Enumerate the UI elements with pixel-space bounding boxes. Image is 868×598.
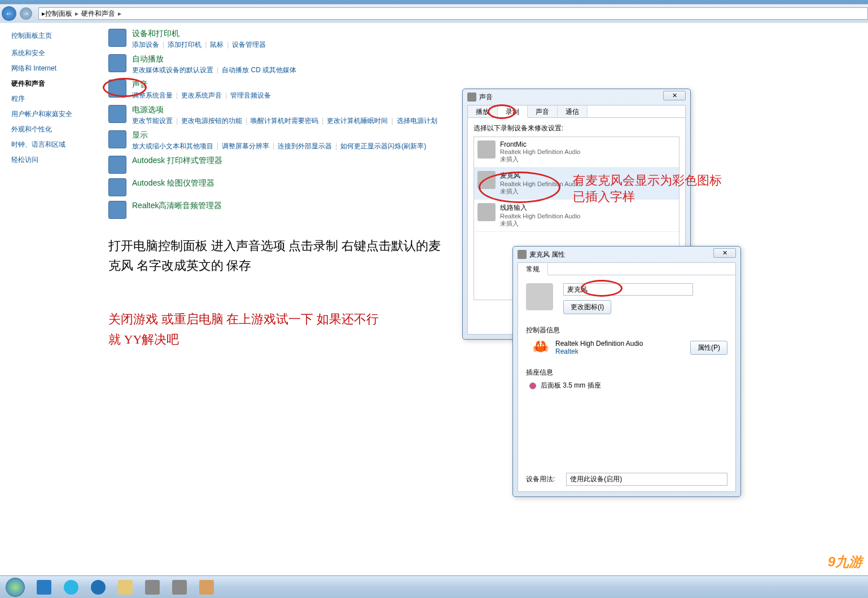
sidebar-item[interactable]: 时钟、语言和区域 xyxy=(11,140,97,150)
sidebar-item[interactable]: 用户帐户和家庭安全 xyxy=(11,109,97,119)
sidebar-item[interactable]: 程序 xyxy=(11,94,97,104)
taskbar-app-5[interactable] xyxy=(193,577,220,597)
category-link[interactable]: 更改计算机睡眠时间 xyxy=(327,117,388,125)
jack-description: 后面板 3.5 mm 插座 xyxy=(541,381,601,390)
category-icon xyxy=(108,201,126,219)
category-link[interactable]: 调整屏幕分辨率 xyxy=(222,142,269,150)
taskbar-explorer[interactable] xyxy=(112,577,139,597)
device-icon xyxy=(477,140,496,159)
breadcrumb-root[interactable]: 控制面板 xyxy=(45,9,72,19)
category-link[interactable]: 更改电源按钮的功能 xyxy=(181,117,242,125)
device-usage-select[interactable]: 使用此设备(启用) xyxy=(566,473,727,486)
category-icon xyxy=(108,178,126,196)
controller-vendor: Realtek xyxy=(555,348,643,355)
device-usage-label: 设备用法: xyxy=(526,474,555,484)
category-link[interactable]: 唤醒计算机时需要密码 xyxy=(251,117,318,125)
nav-back-button[interactable]: ← xyxy=(2,6,16,21)
category-link[interactable]: 自动播放 CD 或其他媒体 xyxy=(222,66,296,74)
category-icon xyxy=(108,29,126,47)
category-link[interactable]: 更改媒体或设备的默认设置 xyxy=(132,66,213,74)
taskbar xyxy=(0,575,868,598)
taskbar-app-4[interactable] xyxy=(166,577,193,597)
tab-general[interactable]: 常规 xyxy=(518,263,548,275)
category-link[interactable]: 放大或缩小文本和其他项目 xyxy=(132,142,213,150)
microphone-properties-dialog: 麦克风 属性 ✕ 常规 更改图标(I) 控制器信息 🦀 Realtek High… xyxy=(512,246,741,497)
microphone-large-icon xyxy=(526,283,553,310)
breadcrumb[interactable]: ▸ 控制面板 ▸ 硬件和声音 ▸ xyxy=(38,7,868,20)
category-link[interactable]: 调整系统音量 xyxy=(132,91,173,99)
category-link[interactable]: 管理音频设备 xyxy=(230,91,271,99)
sidebar-item[interactable]: 网络和 Internet xyxy=(11,64,97,73)
category-icon xyxy=(108,156,126,174)
device-icon xyxy=(477,203,496,221)
sidebar-item[interactable]: 系统和安全 xyxy=(11,49,97,58)
mic-dialog-title: 麦克风 属性 xyxy=(529,250,565,260)
start-button[interactable] xyxy=(0,577,30,598)
controller-name: Realtek High Definition Audio xyxy=(555,340,643,348)
category-link[interactable]: 更改节能设置 xyxy=(132,117,173,125)
sidebar-item[interactable]: 轻松访问 xyxy=(11,155,97,165)
sound-tab[interactable]: 声音 xyxy=(528,105,558,117)
category-title[interactable]: 设备和打印机 xyxy=(132,29,857,39)
change-icon-button[interactable]: 更改图标(I) xyxy=(563,300,611,314)
category-link[interactable]: 更改系统声音 xyxy=(181,91,222,99)
explorer-toolbar: ← → ▸ 控制面板 ▸ 硬件和声音 ▸ xyxy=(0,4,868,23)
category-link[interactable]: 连接到外部显示器 xyxy=(278,142,332,150)
category-icon xyxy=(108,130,126,148)
taskbar-ie[interactable] xyxy=(30,577,58,597)
category-link[interactable]: 添加打印机 xyxy=(168,41,201,49)
category-title[interactable]: 自动播放 xyxy=(132,54,857,64)
recording-device[interactable]: FrontMicRealtek High Definition Audio未插入 xyxy=(474,137,679,168)
instruction-text-2: 关闭游戏 或重启电脑 在上游戏试一下 如果还不行 就 YY解决吧 xyxy=(108,309,379,349)
category-icon xyxy=(108,54,126,72)
sidebar-home[interactable]: 控制面板主页 xyxy=(11,31,97,41)
instruction-text-1: 打开电脑控制面板 进入声音选项 点击录制 右键点击默认的麦克风 名字改成英文的 … xyxy=(108,236,447,275)
category-icon xyxy=(108,105,126,123)
category-link[interactable]: 添加设备 xyxy=(132,41,159,49)
sidebar-item[interactable]: 外观和个性化 xyxy=(11,125,97,134)
control-panel-sidebar: 控制面板主页 系统和安全网络和 Internet硬件和声音程序用户帐户和家庭安全… xyxy=(0,23,97,575)
close-button[interactable]: ✕ xyxy=(663,91,686,100)
taskbar-app-1[interactable] xyxy=(58,577,85,597)
category-icon xyxy=(108,80,126,98)
taskbar-app-3[interactable] xyxy=(139,577,166,597)
category-link[interactable]: 设备管理器 xyxy=(232,41,266,49)
nav-forward-button[interactable]: → xyxy=(20,7,32,20)
realtek-crab-icon: 🦀 xyxy=(532,338,550,357)
category-link[interactable]: 如何更正显示器闪烁(刷新率) xyxy=(340,142,426,150)
sidebar-item[interactable]: 硬件和声音 xyxy=(11,79,97,89)
watermark: 9九游 xyxy=(828,553,862,571)
controller-info-label: 控制器信息 xyxy=(526,326,727,335)
sound-tab[interactable]: 通信 xyxy=(558,105,588,117)
microphone-icon xyxy=(518,250,527,259)
category-link[interactable]: 选择电源计划 xyxy=(397,117,437,125)
sound-tab[interactable]: 播放 xyxy=(468,105,498,117)
annotation-text: 有麦克风会显示为彩色图标 已插入字样 xyxy=(573,173,725,205)
category-link[interactable]: 鼠标 xyxy=(210,41,223,49)
windows-orb-icon xyxy=(6,578,25,597)
device-icon xyxy=(477,171,496,189)
sound-tab[interactable]: 录制 xyxy=(498,105,528,118)
speaker-icon xyxy=(467,93,476,102)
breadcrumb-current[interactable]: 硬件和声音 xyxy=(81,9,115,19)
device-name-input[interactable] xyxy=(563,283,693,296)
recording-hint: 选择以下录制设备来修改设置: xyxy=(474,124,680,133)
sound-dialog-title: 声音 xyxy=(479,93,493,102)
controller-properties-button[interactable]: 属性(P) xyxy=(690,341,727,355)
taskbar-app-2[interactable] xyxy=(85,577,112,597)
jack-info-label: 插座信息 xyxy=(526,368,727,377)
jack-color-indicator xyxy=(529,382,536,389)
close-button[interactable]: ✕ xyxy=(713,248,736,258)
sound-tabs: 播放录制声音通信 xyxy=(468,105,685,118)
